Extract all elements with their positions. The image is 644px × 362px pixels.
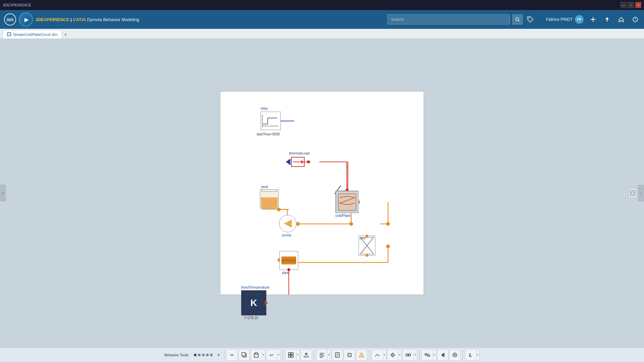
connect-dropdown[interactable]: ▾ bbox=[414, 349, 417, 361]
valve-component[interactable]: DATA bbox=[359, 236, 375, 256]
step-label: step bbox=[261, 106, 268, 110]
curve-dropdown[interactable]: ▾ bbox=[383, 349, 386, 361]
valve-port-bottom bbox=[366, 254, 368, 257]
share-button[interactable] bbox=[602, 15, 612, 24]
thermalload-component[interactable] bbox=[286, 157, 305, 167]
label-dropdown[interactable]: ▾ bbox=[476, 349, 480, 361]
paste-button[interactable] bbox=[251, 349, 262, 361]
svg-rect-63 bbox=[291, 355, 293, 357]
tag-button[interactable] bbox=[525, 14, 535, 24]
group-dropdown[interactable]: ▾ bbox=[297, 349, 300, 361]
tank-top bbox=[262, 189, 277, 192]
svg-rect-59 bbox=[255, 353, 257, 354]
label-group: L ▾ bbox=[465, 349, 480, 361]
step-component[interactable] bbox=[261, 112, 281, 130]
dot-2[interactable] bbox=[198, 354, 201, 356]
title-bar: 3DEXPERIENCE — □ ✕ bbox=[0, 0, 644, 10]
brand-3dexperience: 3DEXPERIENCE bbox=[36, 17, 69, 22]
fixedtemperature-component[interactable]: K bbox=[241, 290, 266, 315]
arrange-dropdown[interactable]: ▾ bbox=[433, 349, 436, 361]
text-button[interactable] bbox=[316, 349, 328, 361]
diagram-canvas[interactable]: step startTime=5000 thermalLoad bbox=[220, 91, 424, 295]
svg-point-76 bbox=[361, 356, 362, 357]
share-button[interactable] bbox=[301, 349, 312, 361]
component-button[interactable] bbox=[344, 349, 355, 361]
svg-rect-54 bbox=[630, 190, 635, 196]
sep-5 bbox=[419, 350, 420, 360]
arrange-button[interactable] bbox=[422, 349, 433, 361]
search-input[interactable] bbox=[387, 14, 510, 24]
maximize-button[interactable]: □ bbox=[628, 2, 634, 8]
tank-label: tank bbox=[261, 185, 268, 189]
minimize-button[interactable]: — bbox=[621, 2, 627, 8]
svg-text:3DS: 3DS bbox=[6, 18, 13, 22]
close-button[interactable]: ✕ bbox=[635, 2, 641, 8]
dot-3[interactable] bbox=[202, 354, 205, 356]
pump-component[interactable] bbox=[279, 215, 298, 232]
nav-prev-button[interactable] bbox=[437, 349, 448, 361]
sep-2 bbox=[283, 350, 283, 360]
svg-rect-87 bbox=[444, 353, 444, 357]
brand-catia: CATIA bbox=[73, 17, 86, 22]
add-tab-button[interactable]: + bbox=[62, 31, 69, 39]
thermalload-label: thermalLoad bbox=[289, 151, 310, 155]
tabbar: SimpleColdPlateCircuit (En + bbox=[0, 29, 644, 39]
build-button[interactable] bbox=[356, 349, 367, 361]
sep-4 bbox=[369, 350, 370, 360]
toolbar-dropdown[interactable]: ▾ bbox=[215, 349, 222, 361]
svg-marker-47 bbox=[284, 220, 292, 228]
svg-point-4 bbox=[528, 18, 529, 19]
arrange-group: ▾ bbox=[422, 349, 436, 361]
paste-dropdown[interactable]: ▾ bbox=[262, 349, 265, 361]
dot-5[interactable] bbox=[210, 354, 213, 356]
shape-button[interactable] bbox=[387, 349, 398, 361]
panel-icon[interactable] bbox=[628, 188, 637, 198]
note-button[interactable] bbox=[332, 349, 343, 361]
home-button[interactable] bbox=[616, 15, 626, 24]
tank-component[interactable] bbox=[260, 189, 279, 209]
undo-button[interactable]: ↩ bbox=[266, 349, 277, 361]
left-collapse-button[interactable]: » bbox=[0, 185, 6, 201]
svg-point-73 bbox=[348, 354, 350, 356]
curve-button[interactable] bbox=[372, 349, 383, 361]
right-collapse-button[interactable]: ‹ bbox=[638, 185, 644, 201]
coldplate-component[interactable] bbox=[335, 191, 358, 213]
undo-dropdown[interactable]: ▾ bbox=[277, 349, 281, 361]
dot-1[interactable] bbox=[194, 354, 197, 356]
toolbar: Behavior Tools ▾ ✂ ▾ ↩ ▾ ▾ bbox=[0, 347, 644, 362]
text-group: ▾ bbox=[316, 349, 331, 361]
help-button[interactable]: ? bbox=[631, 15, 640, 24]
tab-icon bbox=[7, 32, 11, 37]
connect-button[interactable] bbox=[402, 349, 414, 361]
svg-rect-57 bbox=[242, 353, 245, 356]
dot-4[interactable] bbox=[206, 354, 209, 356]
svg-point-78 bbox=[392, 354, 393, 356]
text-dropdown[interactable]: ▾ bbox=[328, 349, 331, 361]
play-button[interactable] bbox=[19, 12, 33, 26]
copy-button[interactable] bbox=[238, 349, 250, 361]
main-content: » bbox=[0, 39, 644, 347]
user-name: Fabrice PINOT bbox=[546, 17, 573, 22]
pipe-inner bbox=[281, 256, 296, 264]
nav-next-button[interactable] bbox=[449, 349, 461, 361]
connect-group: ▾ bbox=[402, 349, 417, 361]
shape-dropdown[interactable]: ▾ bbox=[398, 349, 402, 361]
group-button[interactable] bbox=[285, 349, 297, 361]
svg-point-55 bbox=[631, 192, 634, 194]
valve-port-top bbox=[366, 235, 368, 237]
label-button[interactable]: L bbox=[465, 349, 476, 361]
cut-button[interactable]: ✂ bbox=[226, 349, 238, 361]
app-title: 3DEXPERIENCE bbox=[3, 3, 31, 7]
fixedtemp-k-label: K bbox=[250, 298, 257, 308]
logo-icon: 3DS bbox=[4, 13, 16, 25]
search-button[interactable] bbox=[513, 14, 523, 24]
diagram-tab[interactable]: SimpleColdPlateCircuit (En bbox=[3, 30, 62, 39]
svg-point-35 bbox=[386, 222, 390, 226]
svg-line-10 bbox=[8, 33, 10, 35]
svg-rect-80 bbox=[409, 354, 411, 356]
svg-rect-79 bbox=[406, 354, 408, 356]
pipe-component[interactable] bbox=[279, 251, 298, 270]
fixedtemp-arrow bbox=[265, 301, 268, 305]
coldplate-label: coldPlate bbox=[335, 214, 351, 218]
add-button[interactable] bbox=[588, 15, 598, 24]
